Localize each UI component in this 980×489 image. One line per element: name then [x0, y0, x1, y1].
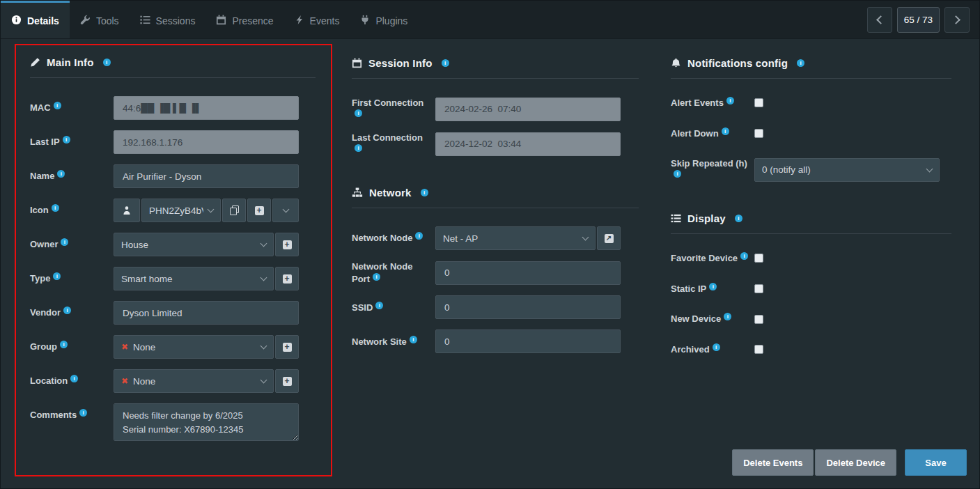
type-controls: Smart home +	[114, 267, 299, 290]
session-info-section: Session Info i First Connectioni Last Co…	[352, 57, 639, 156]
ssid-input[interactable]	[435, 295, 621, 319]
new-device-row: New Devicei	[671, 313, 951, 325]
owner-add-button[interactable]: +	[275, 233, 299, 256]
selected-value: Net - AP	[443, 233, 578, 244]
label-text: Comments	[30, 410, 77, 420]
last-connection-input[interactable]	[435, 132, 621, 156]
section-title: Session Info	[368, 57, 433, 69]
first-connection-input[interactable]	[435, 98, 621, 121]
delete-events-button[interactable]: Delete Events	[732, 449, 814, 476]
chevron-right-icon	[951, 15, 960, 24]
network-node-row: Network Nodei Net - AP ↗	[352, 226, 639, 250]
mac-input[interactable]	[114, 96, 299, 120]
delete-device-button[interactable]: Delete Device	[815, 449, 896, 476]
last-ip-label: Last IPi	[30, 136, 114, 148]
info-icon: i	[373, 273, 380, 281]
prev-device-button[interactable]	[867, 7, 892, 33]
next-device-button[interactable]	[944, 7, 970, 33]
skip-repeated-select[interactable]: 0 (notify all)	[754, 158, 940, 182]
location-label: Locationi	[30, 375, 114, 387]
tab-bar: Details Tools Sessions Presence	[1, 1, 979, 39]
tabs-nav: Details Tools Sessions Presence	[1, 1, 418, 38]
chevron-down-icon	[260, 377, 267, 384]
device-counter: 65 / 73	[897, 7, 940, 33]
owner-select[interactable]: House	[114, 233, 274, 256]
open-network-node-button[interactable]: ↗	[597, 226, 621, 250]
last-connection-row: Last Connectioni	[352, 132, 639, 156]
network-node-port-input[interactable]	[435, 261, 621, 285]
label-text: Type	[30, 273, 50, 284]
label-text: Name	[30, 171, 54, 181]
tab-events[interactable]: Events	[284, 1, 350, 38]
network-node-controls: Net - AP ↗	[435, 226, 621, 250]
device-icon-preview	[114, 199, 140, 222]
icon-controls: PHN2ZyB4bV +	[114, 199, 299, 222]
alert-events-checkbox[interactable]	[754, 98, 763, 107]
new-device-checkbox[interactable]	[754, 315, 763, 324]
label-text: Network Node	[352, 233, 412, 243]
copy-icon	[230, 205, 239, 215]
tab-details[interactable]: Details	[1, 1, 70, 38]
location-select[interactable]: ✖ None	[114, 369, 274, 393]
type-field-row: Typei Smart home +	[30, 267, 316, 290]
type-add-button[interactable]: +	[275, 267, 299, 290]
favorite-device-label: Favorite Devicei	[671, 252, 754, 265]
icon-add-button[interactable]: +	[247, 199, 271, 222]
static-ip-checkbox[interactable]	[754, 284, 763, 293]
chevron-down-icon	[926, 165, 933, 172]
location-field-row: Locationi ✖ None +	[30, 369, 316, 393]
info-icon: i	[797, 59, 804, 67]
network-site-label: Network Sitei	[352, 336, 435, 348]
display-header: Display i	[671, 212, 951, 234]
info-icon: i	[410, 336, 417, 343]
chevron-down-icon	[260, 343, 267, 350]
section-title: Notifications config	[687, 57, 788, 69]
name-input[interactable]	[114, 164, 299, 188]
comments-textarea[interactable]: Needs filter change by 6/2025 Serial num…	[114, 403, 299, 441]
save-button[interactable]: Save	[905, 449, 967, 476]
archived-checkbox[interactable]	[754, 345, 763, 354]
info-icon: i	[740, 252, 748, 260]
last-ip-input[interactable]	[114, 130, 299, 154]
bell-icon	[671, 58, 681, 68]
tab-sessions[interactable]: Sessions	[130, 1, 206, 38]
tab-label: Sessions	[156, 15, 196, 26]
alert-down-row: Alert Downi	[671, 127, 951, 140]
owner-label: Owneri	[30, 238, 114, 251]
last-connection-label: Last Connectioni	[352, 132, 435, 156]
network-site-row: Network Sitei	[352, 329, 639, 353]
favorite-device-checkbox[interactable]	[754, 254, 763, 263]
label-text: First Connection	[352, 98, 423, 108]
group-select[interactable]: ✖ None	[114, 335, 274, 359]
icon-copy-button[interactable]	[222, 199, 246, 222]
favorite-device-row: Favorite Devicei	[671, 252, 951, 265]
tab-presence[interactable]: Presence	[205, 1, 283, 38]
chevron-down-icon	[260, 240, 267, 247]
network-site-input[interactable]	[435, 329, 621, 353]
network-node-select[interactable]: Net - AP	[435, 226, 596, 250]
tab-tools[interactable]: Tools	[70, 1, 130, 38]
vendor-input[interactable]	[114, 301, 299, 325]
group-add-button[interactable]: +	[275, 335, 299, 359]
info-icon: i	[726, 97, 734, 104]
info-icon: i	[355, 109, 362, 117]
plus-square-icon: +	[255, 206, 264, 215]
icon-gallery-toggle-button[interactable]	[272, 199, 299, 222]
alert-down-checkbox[interactable]	[754, 129, 763, 138]
label-text: Icon	[30, 205, 49, 215]
type-select[interactable]: Smart home	[114, 267, 274, 290]
chevron-left-icon	[876, 15, 885, 24]
alert-events-label: Alert Eventsi	[671, 97, 754, 109]
vendor-label: Vendori	[30, 306, 114, 319]
main-info-section: Main Info i MACi Last IPi Namei Iconi	[15, 44, 332, 476]
selected-value: House	[121, 240, 256, 250]
tab-plugins[interactable]: Plugins	[350, 1, 418, 38]
info-icon: i	[375, 302, 383, 309]
static-ip-label: Static IPi	[671, 283, 754, 295]
network-header: Network i	[352, 187, 639, 208]
icon-select[interactable]: PHN2ZyB4bV	[141, 199, 221, 222]
info-icon: i	[674, 170, 681, 178]
comments-field-row: Commentsi Needs filter change by 6/2025 …	[30, 403, 316, 441]
location-add-button[interactable]: +	[275, 369, 299, 393]
notifications-display-column: Notifications config i Alert Eventsi Ale…	[657, 39, 970, 373]
